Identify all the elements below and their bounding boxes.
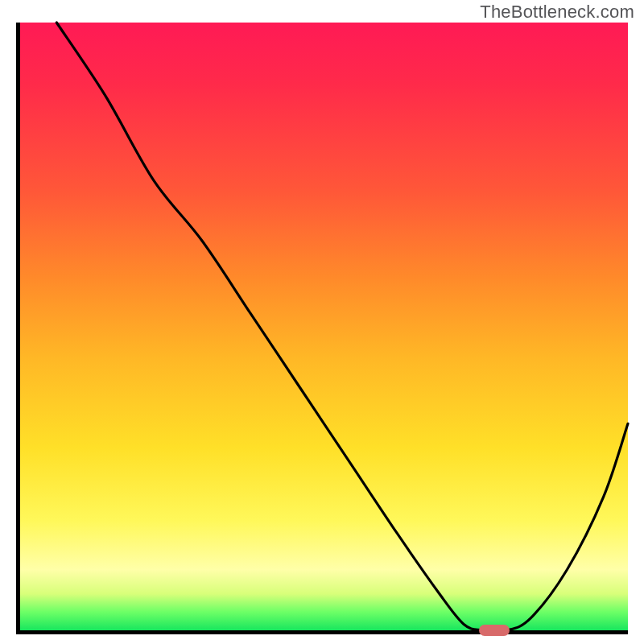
plot-area (16, 23, 628, 634)
curve-layer (20, 23, 628, 630)
optimal-marker (479, 625, 510, 636)
bottleneck-curve (56, 23, 628, 631)
watermark-text: TheBottleneck.com (480, 2, 634, 23)
chart-container: TheBottleneck.com (0, 0, 644, 644)
